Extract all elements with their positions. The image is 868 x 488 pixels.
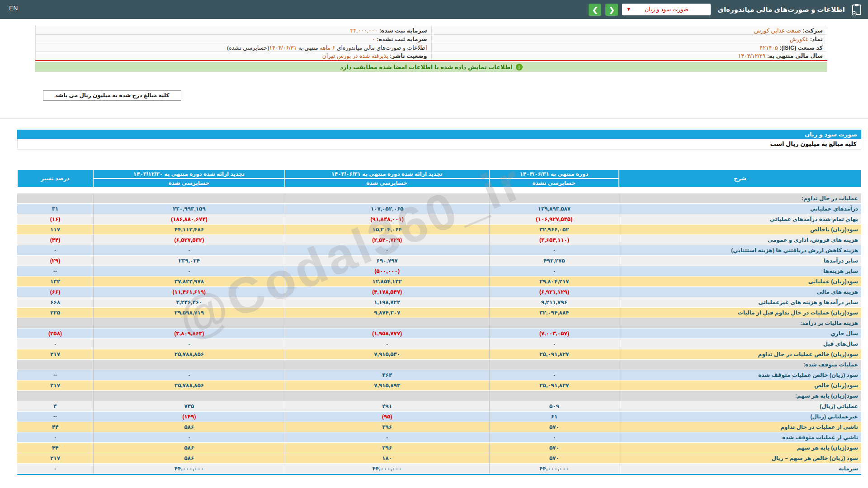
cell-prior-12m bbox=[93, 193, 285, 204]
table-row: شرکت: صنعت غذايي كورش سرمایه ثبت شده: ۴۴… bbox=[36, 26, 827, 35]
row-label: ساير درآمدها bbox=[619, 256, 861, 266]
cell-current-period: ۹,۲۱۱,۷۹۶ bbox=[489, 297, 619, 308]
company-cell: شرکت: صنعت غذايي كورش bbox=[431, 26, 827, 35]
cell-current-period: ۳۲,۹۶۶,۰۵۲ bbox=[489, 225, 619, 235]
cell-prior-6m bbox=[285, 391, 489, 401]
isic-value: ۴۲۱۴۰۵ bbox=[760, 45, 778, 51]
signature-match-banner: i اطلاعات نمایش داده شده با اطلاعات امضا… bbox=[35, 62, 827, 72]
cell-prior-6m: ۴۴,۰۰۰,۰۰۰ bbox=[285, 464, 489, 474]
cell-change-pct: ۰ bbox=[17, 245, 93, 256]
period-description-cell: اطلاعات و صورت‌های مالی میاندوره‌ای ۶ ما… bbox=[36, 43, 432, 52]
cell-change-pct: (۲۹) bbox=[17, 256, 93, 266]
cell-change-pct: ۲۱۷ bbox=[17, 380, 93, 391]
row-label: سود(زيان) ناخالص bbox=[619, 225, 861, 235]
header-prior-6m-period: تجدید ارائه شده دوره منتهي به ۱۴۰۳/۰۶/۳۱ bbox=[285, 169, 489, 178]
fiscal-year-value: ۱۴۰۴/۱۲/۲۹ bbox=[738, 53, 766, 59]
statement-type-value: صورت سود و زیان bbox=[622, 4, 711, 15]
table-row: سال مالی منتهی به: ۱۴۰۴/۱۲/۲۹ وضعیت ناشر… bbox=[36, 52, 827, 61]
previous-statement-button[interactable]: ❮ bbox=[589, 4, 601, 16]
company-name: صنعت غذايي كورش bbox=[754, 28, 801, 34]
period-months: ۶ ماهه bbox=[320, 45, 335, 51]
cell-change-pct: ۱۳۲ bbox=[17, 277, 93, 287]
cell-prior-12m: ۵۸۶ bbox=[93, 453, 285, 464]
section-row: هزينه ماليات بر درآمد: bbox=[17, 318, 861, 328]
statement-type-select[interactable]: ▼ صورت سود و زیان bbox=[622, 4, 711, 15]
cell-prior-6m: ۳۹۶ bbox=[285, 443, 489, 453]
table-row: کد صنعت (ISIC): ۴۲۱۴۰۵ اطلاعات و صورت‌ها… bbox=[36, 43, 827, 52]
table-row: سود(زيان) خالص عمليات در حال تداوم۲۵,۰۹۱… bbox=[17, 349, 861, 360]
header-current-audit: حسابرسی نشده bbox=[489, 178, 619, 188]
table-row: سال‌هاي قبل۰۰۰۰ bbox=[17, 339, 861, 349]
unregistered-capital-cell: سرمایه ثبت نشده: ۰ bbox=[36, 35, 432, 43]
header-prior-6m-audit: حسابرسی شده bbox=[285, 178, 489, 188]
company-label: شرکت: bbox=[802, 28, 823, 34]
cell-change-pct: ۲۲۵ bbox=[17, 308, 93, 318]
cell-prior-12m: ۲۳۰,۹۹۳,۱۵۹ bbox=[93, 204, 285, 214]
cell-prior-6m: ۷,۹۱۵,۸۹۳ bbox=[285, 380, 489, 391]
next-statement-button[interactable]: ❯ bbox=[605, 4, 618, 16]
table-row: سرمايه۴۴,۰۰۰,۰۰۰۴۴,۰۰۰,۰۰۰۴۴,۰۰۰,۰۰۰۰ bbox=[17, 464, 861, 474]
isic-cell: کد صنعت (ISIC): ۴۲۱۴۰۵ bbox=[431, 43, 827, 52]
row-label: سود(زيان) پايه هر سهم bbox=[619, 443, 861, 453]
row-label: سال جاري bbox=[619, 328, 861, 339]
cell-change-pct bbox=[17, 193, 93, 204]
cell-change-pct bbox=[17, 391, 93, 401]
period-text: منتهی به bbox=[297, 45, 320, 51]
header-spacer-row bbox=[17, 188, 861, 193]
cell-change-pct: ۳۱ bbox=[17, 204, 93, 214]
cell-prior-12m: (۶,۵۲۷,۵۳۲) bbox=[93, 235, 285, 245]
cell-change-pct: ۴۴ bbox=[17, 422, 93, 432]
cell-prior-6m: ۱۰۷,۰۵۲,۰۶۵ bbox=[285, 204, 489, 214]
top-header-bar: EN ❮ ❯ ▼ صورت سود و زیان اطلاعات و صورت‌… bbox=[0, 0, 868, 19]
report-unit-subtitle: کلیه مبالغ به میلیون ریال است bbox=[17, 139, 861, 150]
cell-prior-12m: ۷۳۵ bbox=[93, 401, 285, 412]
cell-prior-6m: ۱۸۰ bbox=[285, 453, 489, 464]
symbol-value: غكورش bbox=[790, 36, 808, 42]
unregistered-capital-label: سرمایه ثبت نشده: bbox=[377, 36, 427, 42]
cell-prior-6m bbox=[285, 318, 489, 328]
company-info-table: شرکت: صنعت غذايي كورش سرمایه ثبت شده: ۴۴… bbox=[35, 26, 827, 61]
row-label: سود(زيان) پايه هر سهم: bbox=[619, 391, 861, 401]
cell-change-pct: ۲۱۷ bbox=[17, 349, 93, 360]
cell-current-period: ۲۵,۰۹۱,۸۲۷ bbox=[489, 349, 619, 360]
cell-prior-6m: (۹۱,۸۴۸,۰۰۱) bbox=[285, 214, 489, 225]
table-row: هزينه هاى فروش، ادارى و عمومى(۳,۶۵۴,۱۱۰)… bbox=[17, 235, 861, 245]
table-row: هزينه كاهش ارزش دريافتني ها (هزينه استثن… bbox=[17, 245, 861, 256]
cell-current-period: ۲۹,۸۰۴,۲۱۷ bbox=[489, 277, 619, 287]
header-prior-12m-period: تجدید ارائه شده دوره منتهي به ۱۴۰۳/۱۲/۳۰ bbox=[93, 169, 285, 178]
cell-current-period: (۱۰۶,۹۲۷,۵۳۵) bbox=[489, 214, 619, 225]
row-label: سود(زيان) خالص عمليات در حال تداوم bbox=[619, 349, 861, 360]
cell-current-period: ۵۰۹ bbox=[489, 401, 619, 412]
table-row: نماد: غكورش سرمایه ثبت نشده: ۰ bbox=[36, 35, 827, 43]
table-row: سود(زيان) ناخالص۳۲,۹۶۶,۰۵۲۱۵,۲۰۴,۰۶۴۴۴,۱… bbox=[17, 225, 861, 235]
cell-change-pct: ۲۱۷ bbox=[17, 453, 93, 464]
cell-prior-6m: ۱۲,۸۵۴,۱۳۲ bbox=[285, 277, 489, 287]
cell-prior-6m bbox=[285, 193, 489, 204]
row-label: سود(زيان) عمليات در حال تداوم قبل از مال… bbox=[619, 308, 861, 318]
table-row: ساير درآمدها و هزينه هاى غيرعملياتى۹,۲۱۱… bbox=[17, 297, 861, 308]
symbol-cell: نماد: غكورش bbox=[431, 35, 827, 43]
cell-prior-12m: ۲۵,۷۸۸,۸۵۶ bbox=[93, 380, 285, 391]
section-row: عمليات متوقف شده: bbox=[17, 360, 861, 370]
row-label: عملياتي (ريال) bbox=[619, 401, 861, 412]
header-prior-12m-audit: حسابرسی شده bbox=[93, 178, 285, 188]
cell-prior-12m: ۲۹,۵۹۸,۷۱۹ bbox=[93, 308, 285, 318]
cell-prior-6m: ۱۵,۲۰۴,۰۶۴ bbox=[285, 225, 489, 235]
amounts-unit-note: کلیه مبالغ درج شده به میلیون ریال می باش… bbox=[43, 90, 181, 101]
row-label: سرمايه bbox=[619, 464, 861, 474]
cell-prior-12m: ۵۸۶ bbox=[93, 443, 285, 453]
cell-prior-12m: ۰ bbox=[93, 370, 285, 380]
cell-change-pct: -- bbox=[17, 370, 93, 380]
header-description: شرح bbox=[619, 169, 861, 188]
cell-current-period: ۰ bbox=[489, 245, 619, 256]
table-row: سود(زيان) پايه هر سهم۵۷۰۳۹۶۵۸۶۴۴ bbox=[17, 443, 861, 453]
cell-prior-6m: (۴,۱۷۸,۵۴۷) bbox=[285, 287, 489, 297]
issuer-status-label: وضعیت ناشر: bbox=[390, 53, 427, 59]
banner-text: اطلاعات نمایش داده شده با اطلاعات امضا ش… bbox=[340, 64, 512, 70]
language-en-link[interactable]: EN bbox=[9, 5, 18, 12]
issuer-status-value: پذيرفته شده در بورس تهران bbox=[322, 53, 388, 59]
cell-prior-6m bbox=[285, 360, 489, 370]
unregistered-capital-value: ۰ bbox=[372, 36, 375, 42]
cell-current-period: (۷,۰۰۳,۰۵۷) bbox=[489, 328, 619, 339]
audit-status-text: (حسابرسی نشده) bbox=[227, 45, 269, 51]
